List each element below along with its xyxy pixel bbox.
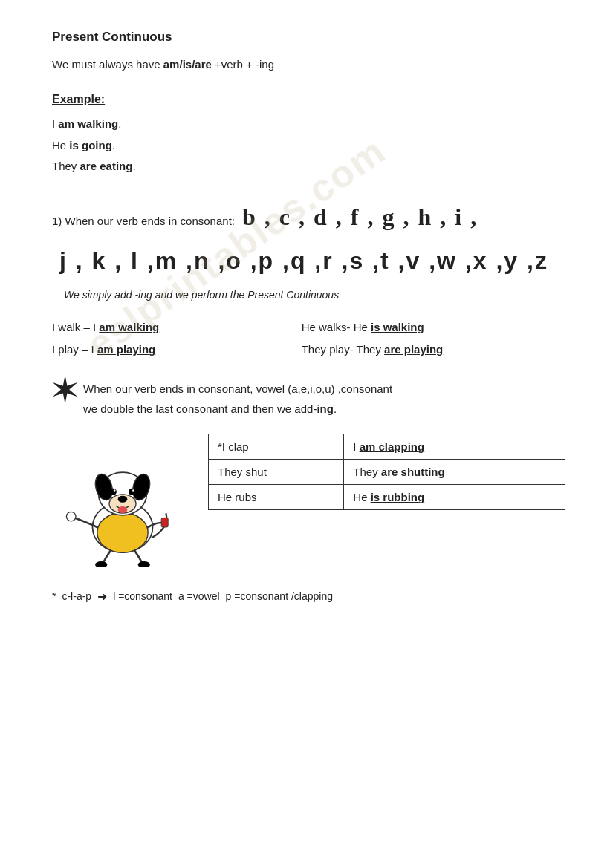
star-text-line2: we double the last consonant and then we…: [83, 399, 392, 419]
conj-left-2: I play – I am playing: [52, 339, 302, 361]
example-3-bold: are eating: [80, 160, 133, 172]
example-2-bold: is going: [69, 139, 112, 151]
example-1: I am walking.: [52, 114, 565, 135]
footnote-a-vowel: a =vowel: [178, 590, 220, 602]
star-text-block: When our verb ends in consonant, vowel (…: [83, 379, 392, 419]
svg-point-1: [97, 512, 148, 552]
svg-point-12: [66, 512, 76, 521]
conj-right-2: They play- They are playing: [302, 339, 565, 361]
table-row-2: They shut They are shutting: [209, 459, 565, 484]
star-text-2-end: .: [334, 402, 337, 415]
example-3: They are eating.: [52, 156, 565, 177]
table-container: *I clap I am clapping They shut They are…: [208, 434, 565, 510]
svg-point-13: [95, 561, 107, 567]
rule1-intro-text: 1) When our verb ends in consonant:: [52, 211, 235, 231]
consonants-row1: b , c , d , f , g , h , i ,: [242, 196, 478, 239]
table-cell-3-left: He rubs: [209, 484, 344, 509]
conjugation-right: He walks- He is walking They play- They …: [302, 316, 565, 361]
conjugation-left: I walk – I am walking I play – I am play…: [52, 316, 302, 361]
intro-text-after: +verb + -ing: [212, 58, 274, 71]
svg-point-14: [138, 561, 150, 567]
star-text-line1: When our verb ends in consonant, vowel (…: [83, 379, 392, 399]
table-cell-2-right: They are shutting: [344, 459, 565, 484]
star-text-2-bold: ing: [317, 402, 334, 415]
lower-section: *I clap I am clapping They shut They are…: [52, 434, 565, 567]
conj-right-2-bold: are playing: [384, 343, 443, 356]
conj-left-1-bold: am walking: [99, 321, 159, 333]
table-row-1: *I clap I am clapping: [209, 434, 565, 459]
footnote-l-consonant: l =consonant: [113, 590, 172, 602]
page-title: Present Continuous: [52, 30, 565, 45]
svg-point-10: [132, 489, 134, 492]
svg-point-8: [129, 489, 135, 495]
intro-bold: am/is/are: [163, 58, 212, 71]
table-row-3: He rubs He is rubbing: [209, 484, 565, 509]
conjugation-rows: I walk – I am walking I play – I am play…: [52, 316, 565, 361]
example-label: Example:: [52, 93, 565, 106]
table-cell-2-left: They shut: [209, 459, 344, 484]
footnote: * c-l-a-p ➜ l =consonant a =vowel p =con…: [52, 590, 565, 604]
table-2-bold: are shutting: [381, 466, 445, 478]
svg-point-6: [118, 496, 128, 503]
star-icon: ✶: [52, 376, 77, 405]
conj-left-1: I walk – I am walking: [52, 316, 302, 339]
conj-left-2-bold: am playing: [97, 343, 155, 356]
table-3-bold: is rubbing: [371, 491, 425, 503]
dog-svg: [56, 434, 189, 567]
arrow-icon: ➜: [97, 590, 107, 604]
conj-right-1: He walks- He is walking: [302, 316, 565, 339]
conj-right-1-bold: is walking: [371, 321, 424, 333]
table-1-bold: am clapping: [360, 440, 425, 453]
footnote-p-consonant: p =consonant /clapping: [226, 590, 333, 602]
consonants-row2: j , k , l ,m ,n ,o ,p ,q ,r ,s ,t ,v ,w …: [52, 240, 565, 283]
svg-point-11: [118, 506, 128, 513]
footnote-word: c-l-a-p: [62, 590, 91, 602]
intro-line: We must always have am/is/are +verb + -i…: [52, 58, 565, 71]
example-lines: I am walking. He is going. They are eati…: [52, 114, 565, 177]
dog-image-container: [52, 434, 193, 567]
footnote-star: *: [52, 590, 56, 602]
example-1-bold: am walking: [58, 117, 118, 130]
svg-point-7: [110, 489, 117, 495]
svg-rect-15: [161, 518, 168, 527]
rule1-section: 1) When our verb ends in consonant: b , …: [52, 196, 565, 361]
intro-text-before: We must always have: [52, 58, 163, 71]
star-text-2: we double the last consonant and then we…: [83, 402, 317, 415]
table-cell-3-right: He is rubbing: [344, 484, 565, 509]
table-cell-1-left: *I clap: [209, 434, 344, 459]
rule1-intro-line: 1) When our verb ends in consonant: b , …: [52, 196, 565, 239]
example-2: He is going.: [52, 135, 565, 157]
star-section: ✶ When our verb ends in consonant, vowel…: [52, 379, 565, 419]
svg-point-9: [114, 489, 116, 492]
table-cell-1-right: I am clapping: [344, 434, 565, 459]
conjugation-table: *I clap I am clapping They shut They are…: [208, 434, 565, 510]
simply-add: We simply add -ing and we perform the Pr…: [64, 286, 565, 304]
